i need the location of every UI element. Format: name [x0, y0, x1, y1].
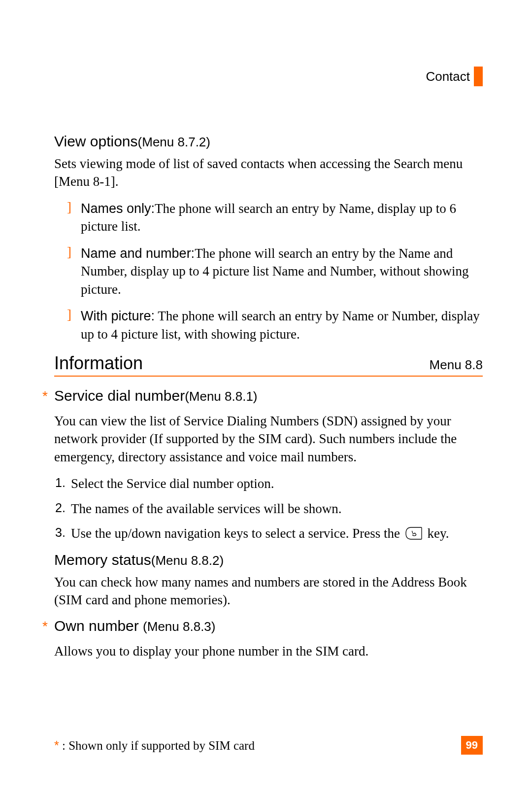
footnote: * : Shown only if supported by SIM card: [54, 738, 255, 753]
step-text: Select the Service dial number option.: [71, 475, 274, 492]
star-icon: *: [42, 388, 54, 404]
step-item: 2. The names of the available services w…: [55, 500, 483, 518]
page-number: 99: [461, 736, 483, 755]
own-text: Allows you to display your phone number …: [54, 642, 483, 660]
list-item-body: Name and number:The phone will search an…: [81, 244, 483, 298]
list-item: ] Names only:The phone will search an en…: [67, 200, 483, 236]
list-item-body: With picture: The phone will search an e…: [81, 307, 483, 343]
view-options-list: ] Names only:The phone will search an en…: [67, 200, 483, 343]
step-number: 2.: [55, 500, 71, 518]
own-heading-row: * Own number (Menu 8.8.3): [54, 618, 483, 639]
sdn-intro: You can view the list of Service Dialing…: [54, 412, 483, 466]
page-header: Contact: [426, 67, 483, 86]
step-text: The names of the available services will…: [71, 500, 342, 518]
own-menu-ref: (Menu 8.8.3): [143, 619, 215, 634]
list-item-label: Names only:: [81, 201, 155, 216]
own-title: Own number: [54, 618, 143, 634]
header-label: Contact: [426, 69, 470, 84]
memory-text: You can check how many names and numbers…: [54, 573, 483, 609]
page-content: View options(Menu 8.7.2) Sets viewing mo…: [54, 133, 483, 660]
list-item: ] With picture: The phone will search an…: [67, 307, 483, 343]
view-options-intro: Sets viewing mode of list of saved conta…: [54, 155, 483, 191]
step-text-post: key.: [428, 526, 449, 541]
list-item-label: Name and number:: [81, 246, 195, 261]
bullet-icon: ]: [67, 307, 81, 343]
step-text: Use the up/down navigation keys to selec…: [71, 524, 449, 544]
sdn-heading: Service dial number(Menu 8.8.1): [54, 387, 258, 404]
star-icon: *: [42, 619, 54, 634]
own-heading: Own number (Menu 8.8.3): [54, 618, 215, 634]
header-accent-icon: [474, 67, 483, 86]
manual-page: Contact View options(Menu 8.7.2) Sets vi…: [0, 0, 532, 799]
list-item-label: With picture:: [81, 309, 155, 323]
step-text-pre: Use the up/down navigation keys to selec…: [71, 526, 403, 541]
memory-menu-ref: (Menu 8.8.2): [151, 553, 224, 568]
view-options-heading: View options(Menu 8.7.2): [54, 133, 483, 150]
view-options-menu-ref: (Menu 8.7.2): [138, 135, 210, 149]
bullet-icon: ]: [67, 200, 81, 236]
footnote-text: : Shown only if supported by SIM card: [59, 739, 255, 752]
bullet-icon: ]: [67, 244, 81, 298]
sdn-steps: 1. Select the Service dial number option…: [55, 475, 483, 544]
information-heading-row: Information Menu 8.8: [54, 353, 483, 377]
memory-title: Memory status: [54, 552, 151, 568]
footnote-star-icon: *: [54, 738, 59, 752]
information-menu-ref: Menu 8.8: [430, 357, 483, 373]
sdn-title: Service dial number: [54, 387, 185, 404]
step-number: 1.: [55, 475, 71, 492]
list-item: ] Name and number:The phone will search …: [67, 244, 483, 298]
call-key-icon: [405, 526, 422, 544]
step-number: 3.: [55, 524, 71, 544]
page-footer: * : Shown only if supported by SIM card …: [54, 736, 483, 755]
step-item: 1. Select the Service dial number option…: [55, 475, 483, 492]
sdn-heading-row: * Service dial number(Menu 8.8.1): [54, 387, 483, 409]
information-title: Information: [54, 353, 143, 374]
step-item: 3. Use the up/down navigation keys to se…: [55, 524, 483, 544]
view-options-title: View options: [54, 133, 138, 149]
memory-heading: Memory status(Menu 8.8.2): [54, 552, 483, 568]
list-item-body: Names only:The phone will search an entr…: [81, 200, 483, 236]
sdn-menu-ref: (Menu 8.8.1): [185, 389, 257, 404]
